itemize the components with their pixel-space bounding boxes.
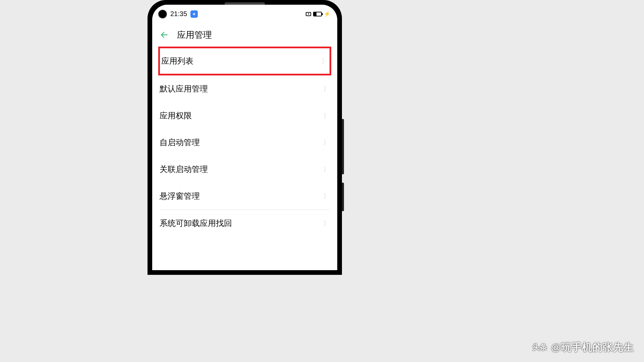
clock: 21:35 [170, 10, 187, 18]
menu-item-label: 自启动管理 [160, 137, 200, 148]
menu-item-app-permissions[interactable]: 应用权限 〉 [160, 102, 330, 129]
chevron-right-icon: 〉 [323, 219, 330, 228]
chevron-right-icon: 〉 [323, 84, 330, 94]
chevron-right-icon: 〉 [323, 192, 330, 201]
menu-item-autostart[interactable]: 自启动管理 〉 [160, 129, 330, 156]
menu-list: 应用列表 〉 默认应用管理 〉 应用权限 〉 自启动管理 〉 关联启动管理 〉 [152, 47, 337, 209]
menu-item-label: 应用列表 [161, 56, 193, 66]
charging-icon: ⚡ [324, 11, 331, 17]
status-right: ⚡ [306, 11, 331, 17]
power-button [342, 183, 344, 211]
front-camera [158, 10, 167, 18]
page-title: 应用管理 [177, 29, 212, 41]
menu-item-label: 应用权限 [160, 110, 192, 121]
screenshot-icon [306, 12, 311, 16]
menu-item-recover-system-apps[interactable]: 系统可卸载应用找回 〉 [160, 210, 330, 237]
arrow-left-icon [160, 31, 169, 39]
menu-item-label: 关联启动管理 [160, 164, 208, 175]
battery-fill [314, 12, 316, 16]
menu-item-app-list[interactable]: 应用列表 〉 [161, 48, 328, 74]
menu-item-label: 悬浮窗管理 [160, 191, 200, 201]
chevron-right-icon: 〉 [323, 138, 330, 147]
chevron-right-icon: 〉 [323, 111, 330, 120]
battery-icon [313, 12, 322, 16]
menu-item-label: 系统可卸载应用找回 [160, 218, 232, 229]
menu-item-floating-window[interactable]: 悬浮窗管理 〉 [160, 183, 330, 209]
menu-item-default-apps[interactable]: 默认应用管理 〉 [160, 75, 330, 102]
watermark-text: @玩手机的张先生 [551, 341, 634, 354]
page-header: 应用管理 [152, 23, 337, 47]
status-left: 21:35 ✦ [158, 10, 198, 18]
menu-item-label: 默认应用管理 [160, 83, 208, 94]
volume-button [342, 119, 344, 174]
menu-item-linked-start[interactable]: 关联启动管理 〉 [160, 156, 330, 183]
watermark-logo: 头条 [532, 339, 548, 355]
phone-screen: 21:35 ✦ ⚡ 应用管理 应用列表 〉 [152, 5, 337, 270]
status-bar: 21:35 ✦ ⚡ [152, 5, 337, 23]
app-indicator-icon: ✦ [190, 10, 198, 18]
back-button[interactable] [160, 30, 169, 40]
menu-list-secondary: 系统可卸载应用找回 〉 [152, 210, 337, 237]
highlight-annotation: 应用列表 〉 [158, 47, 331, 75]
watermark: 头条 @玩手机的张先生 [532, 339, 634, 355]
chevron-right-icon: 〉 [321, 57, 328, 66]
chevron-right-icon: 〉 [323, 165, 330, 174]
phone-frame: 21:35 ✦ ⚡ 应用管理 应用列表 〉 [148, 0, 342, 275]
